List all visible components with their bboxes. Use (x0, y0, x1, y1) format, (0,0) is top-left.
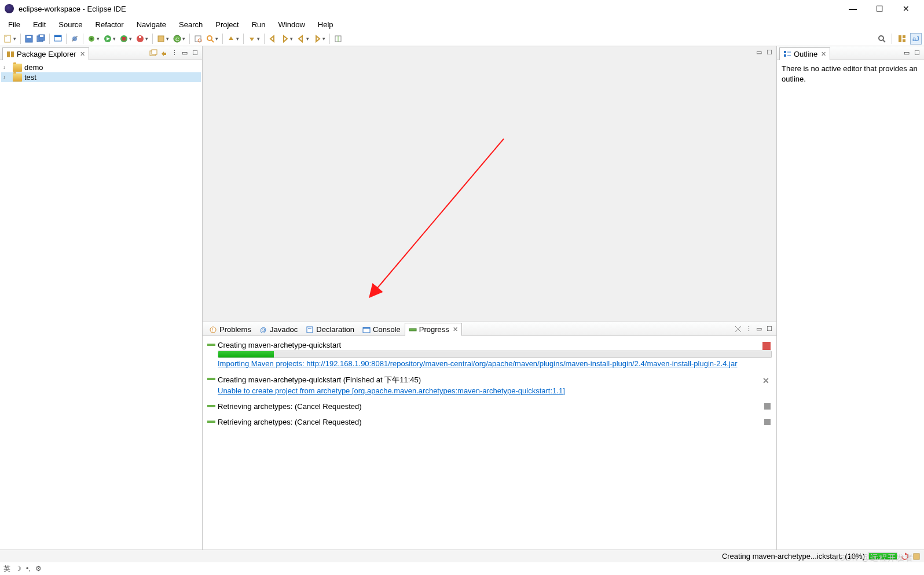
close-icon[interactable]: ✕ (821, 50, 826, 58)
tree-item-test[interactable]: › test (1, 72, 201, 82)
svg-text:C: C (175, 36, 179, 42)
menu-file[interactable]: File (2, 19, 26, 31)
ext-tools-dropdown-icon[interactable]: ▾ (145, 36, 150, 42)
prev-annotation-icon[interactable] (225, 33, 237, 45)
ime-indicator[interactable]: 英 (3, 564, 10, 574)
menu-source[interactable]: Source (53, 19, 88, 31)
package-tree[interactable]: › demo › test (0, 60, 202, 84)
progress-title: Retrieving archetypes: (Cancel Requested… (218, 402, 772, 411)
java-perspective-icon[interactable]: aJ (910, 33, 922, 45)
close-icon[interactable]: ✕ (453, 326, 458, 333)
progress-bar (218, 351, 772, 358)
menu-search[interactable]: Search (173, 19, 208, 31)
back-history-dropdown-icon[interactable]: ▾ (306, 36, 311, 42)
svg-marker-28 (270, 36, 274, 42)
remove-progress-icon[interactable]: ✕ (762, 376, 771, 384)
progress-action-icon[interactable] (764, 419, 771, 425)
minimize-editor-icon[interactable]: ▭ (754, 47, 764, 57)
skip-breakpoints-icon[interactable] (69, 33, 80, 45)
folder-icon (13, 64, 22, 72)
progress-done-icon (207, 376, 215, 382)
back-icon[interactable] (267, 33, 278, 45)
tab-problems[interactable]: ! Problems (205, 323, 255, 336)
tab-javadoc[interactable]: @ Javadoc (255, 323, 302, 336)
minimize-view-icon[interactable]: ▭ (754, 325, 764, 334)
menu-window[interactable]: Window (273, 19, 311, 31)
forward-dropdown-icon[interactable]: ▾ (290, 36, 295, 42)
coverage-dropdown-icon[interactable]: ▾ (129, 36, 134, 42)
progress-detail-link[interactable]: Importing Maven projects: http://192.168… (218, 359, 772, 368)
new-dropdown-icon[interactable]: ▾ (13, 36, 18, 42)
maximize-view-icon[interactable]: ☐ (190, 49, 200, 58)
maximize-view-icon[interactable]: ☐ (765, 325, 774, 334)
new-class-dropdown-icon[interactable]: ▾ (182, 36, 187, 42)
stop-progress-icon[interactable] (762, 342, 771, 350)
remove-finished-icon[interactable] (734, 325, 743, 334)
search-dropdown-icon[interactable]: ▾ (215, 36, 220, 42)
progress-detail-link[interactable]: Unable to create project from archetype … (218, 386, 772, 395)
status-sync-icon[interactable] (901, 552, 909, 561)
outline-tab[interactable]: Outline ✕ (779, 47, 830, 60)
next-annotation-icon[interactable] (246, 33, 258, 45)
run-icon[interactable] (102, 33, 113, 45)
dots-icon[interactable]: •, (26, 565, 31, 573)
expand-icon[interactable]: › (3, 74, 10, 80)
svg-line-25 (211, 40, 214, 42)
maximize-view-icon[interactable]: ☐ (912, 49, 922, 58)
svg-rect-41 (11, 51, 14, 57)
tab-label: Problems (219, 325, 251, 334)
tab-console[interactable]: Console (358, 323, 405, 336)
search-icon[interactable] (204, 33, 216, 45)
minimize-button[interactable]: — (839, 0, 866, 17)
new-icon[interactable] (2, 33, 14, 45)
close-icon[interactable]: ✕ (80, 50, 85, 58)
new-class-icon[interactable]: C (171, 33, 183, 45)
back-history-icon[interactable] (295, 33, 307, 45)
save-icon[interactable] (23, 33, 35, 45)
menu-refactor[interactable]: Refactor (90, 19, 130, 31)
run-dropdown-icon[interactable]: ▾ (113, 36, 118, 42)
pin-editor-icon[interactable] (332, 33, 344, 45)
expand-icon[interactable]: › (3, 64, 10, 71)
toggle-breadcrumb-icon[interactable] (52, 33, 64, 45)
new-package-icon[interactable] (155, 33, 167, 45)
forward-icon[interactable] (279, 33, 291, 45)
tab-declaration[interactable]: Declaration (302, 323, 358, 336)
minimize-view-icon[interactable]: ▭ (180, 49, 189, 58)
fwd-history-dropdown-icon[interactable]: ▾ (322, 36, 327, 42)
open-perspective-icon[interactable] (896, 33, 908, 45)
maximize-editor-icon[interactable]: ☐ (765, 47, 774, 57)
debug-icon[interactable] (86, 33, 97, 45)
view-menu-icon[interactable]: ⋮ (170, 49, 179, 58)
debug-dropdown-icon[interactable]: ▾ (97, 36, 101, 42)
fwd-history-icon[interactable] (311, 33, 323, 45)
new-package-dropdown-icon[interactable]: ▾ (166, 36, 171, 42)
link-editor-icon[interactable] (159, 49, 168, 58)
save-all-icon[interactable] (35, 33, 47, 45)
coverage-icon[interactable] (118, 33, 130, 45)
ext-tools-icon[interactable] (134, 33, 146, 45)
tab-progress[interactable]: Progress ✕ (405, 323, 462, 336)
menu-navigate[interactable]: Navigate (131, 19, 172, 31)
tree-item-demo[interactable]: › demo (1, 62, 201, 72)
prev-annotation-dropdown-icon[interactable]: ▾ (236, 36, 241, 42)
quick-access-icon[interactable] (876, 33, 888, 45)
status-updates-icon[interactable] (912, 552, 921, 561)
menu-help[interactable]: Help (312, 19, 339, 31)
menu-project[interactable]: Project (210, 19, 244, 31)
svg-rect-1 (5, 36, 7, 36)
package-explorer-tab[interactable]: Package Explorer ✕ (2, 47, 89, 60)
open-type-icon[interactable] (192, 33, 204, 45)
tab-label: Progress (419, 325, 449, 334)
close-window-button[interactable]: ✕ (893, 0, 919, 17)
menu-run[interactable]: Run (246, 19, 272, 31)
next-annotation-dropdown-icon[interactable]: ▾ (257, 36, 262, 42)
gear-icon[interactable]: ⚙ (35, 565, 42, 573)
maximize-button[interactable]: ☐ (866, 0, 893, 17)
menu-edit[interactable]: Edit (27, 19, 52, 31)
view-menu-icon[interactable]: ⋮ (744, 325, 753, 334)
collapse-all-icon[interactable] (149, 49, 158, 58)
progress-action-icon[interactable] (764, 403, 771, 410)
moon-icon[interactable]: ☽ (15, 565, 21, 573)
minimize-view-icon[interactable]: ▭ (902, 49, 911, 58)
